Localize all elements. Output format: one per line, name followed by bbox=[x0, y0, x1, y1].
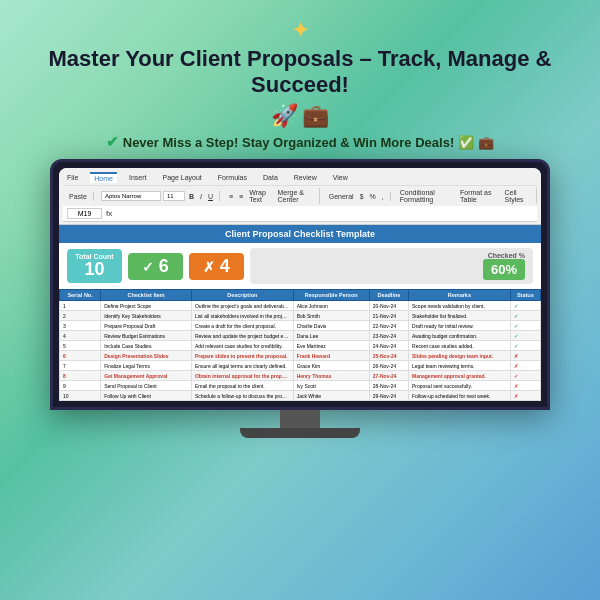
cell-person: Eve Martinez bbox=[293, 341, 369, 351]
bold-button[interactable]: B bbox=[187, 192, 196, 201]
cell-remarks: Draft ready for initial review. bbox=[409, 321, 511, 331]
cell-item: Design Presentation Slides bbox=[101, 351, 192, 361]
format-table-button[interactable]: Format as Table bbox=[458, 188, 501, 204]
col-serial: Serial No. bbox=[60, 290, 101, 301]
cell-description: Obtain internal approval for the proposa… bbox=[191, 371, 293, 381]
wrap-text-button[interactable]: Wrap Text bbox=[247, 188, 273, 204]
checked-value: 6 bbox=[159, 256, 169, 276]
col-remarks: Remarks bbox=[409, 290, 511, 301]
underline-button[interactable]: U bbox=[206, 192, 215, 201]
toolbar-tab-home[interactable]: Home bbox=[90, 172, 117, 183]
unchecked-value: 4 bbox=[220, 256, 230, 276]
cell-person: Bob Smith bbox=[293, 311, 369, 321]
cell-remarks: Proposal sent successfully. bbox=[409, 381, 511, 391]
cell-status: ✓ bbox=[510, 341, 540, 351]
cell-serial: 6 bbox=[60, 351, 101, 361]
title-section: ✦ Master Your Client Proposals – Track, … bbox=[20, 18, 580, 151]
conditional-format-button[interactable]: Conditional Formatting bbox=[398, 188, 456, 204]
toolbar-tab-file[interactable]: File bbox=[63, 173, 82, 182]
cell-deadline: 24-Nov-24 bbox=[369, 341, 408, 351]
cell-deadline: 27-Nov-24 bbox=[369, 371, 408, 381]
formula-bar: fx bbox=[63, 206, 537, 222]
sheet-title: Client Proposal Checklist Template bbox=[225, 229, 375, 239]
cell-person: Ivy Scott bbox=[293, 381, 369, 391]
table-header-row: Serial No. Checklist Item Description Re… bbox=[60, 290, 541, 301]
cell-person: Grace Kim bbox=[293, 361, 369, 371]
toolbar-tab-data[interactable]: Data bbox=[259, 173, 282, 182]
checked-pct-value: 60% bbox=[491, 262, 517, 277]
cell-description: Add relevant case studies for credibilit… bbox=[191, 341, 293, 351]
unchecked-box: ✗ 4 bbox=[189, 253, 244, 280]
table-row: 2 Identify Key Stakeholders List all sta… bbox=[60, 311, 541, 321]
table-row: 3 Prepare Proposal Draft Create a draft … bbox=[60, 321, 541, 331]
cell-serial: 1 bbox=[60, 301, 101, 311]
cell-status: ✓ bbox=[510, 311, 540, 321]
checked-pct-container: Checked % 60% bbox=[250, 248, 533, 284]
alignment-section: ≡ ≡ Wrap Text Merge & Center bbox=[223, 188, 320, 204]
col-status: Status bbox=[510, 290, 540, 301]
paste-button[interactable]: Paste bbox=[67, 192, 89, 201]
cell-serial: 3 bbox=[60, 321, 101, 331]
cell-item: Identify Key Stakeholders bbox=[101, 311, 192, 321]
currency-button[interactable]: $ bbox=[358, 192, 366, 201]
toolbar-tab-insert[interactable]: Insert bbox=[125, 173, 151, 182]
cell-remarks: Legal team reviewing terms. bbox=[409, 361, 511, 371]
italic-button[interactable]: I bbox=[198, 192, 204, 201]
cell-serial: 9 bbox=[60, 381, 101, 391]
checked-box: ✓ 6 bbox=[128, 253, 183, 280]
toolbar-tabs-row: File Home Insert Page Layout Formulas Da… bbox=[63, 170, 537, 186]
col-person: Responsible Person bbox=[293, 290, 369, 301]
cell-serial: 8 bbox=[60, 371, 101, 381]
comma-button[interactable]: , bbox=[380, 192, 386, 201]
cell-remarks: Recent case studies added. bbox=[409, 341, 511, 351]
total-count-box: Total Count 10 bbox=[67, 249, 122, 283]
cell-styles-button[interactable]: Cell Styles bbox=[503, 188, 532, 204]
merge-center-button[interactable]: Merge & Center bbox=[275, 188, 314, 204]
cell-person: Jack White bbox=[293, 391, 369, 401]
monitor: File Home Insert Page Layout Formulas Da… bbox=[40, 159, 560, 438]
toolbar-tab-view[interactable]: View bbox=[329, 173, 352, 182]
cell-deadline: 28-Nov-24 bbox=[369, 381, 408, 391]
cell-deadline: 25-Nov-24 bbox=[369, 351, 408, 361]
cell-item: Prepare Proposal Draft bbox=[101, 321, 192, 331]
cell-item: Finalize Legal Terms bbox=[101, 361, 192, 371]
subtitle-text: Never Miss a Step! Stay Organized & Win … bbox=[123, 135, 454, 150]
cell-item: Review Budget Estimations bbox=[101, 331, 192, 341]
stats-row: Total Count 10 ✓ 6 ✗ 4 Checked % 60 bbox=[59, 243, 541, 289]
table-row: 9 Send Proposal to Client Email the prop… bbox=[60, 381, 541, 391]
cell-person: Alice Johnson bbox=[293, 301, 369, 311]
align-left-button[interactable]: ≡ bbox=[227, 192, 235, 201]
toolbar-controls-row: Paste B I U ≡ ≡ Wrap Text Merge & Center bbox=[63, 186, 537, 206]
screen-inner: File Home Insert Page Layout Formulas Da… bbox=[59, 168, 541, 401]
cell-reference-input[interactable] bbox=[67, 208, 102, 219]
cell-status: ✓ bbox=[510, 331, 540, 341]
fx-label: fx bbox=[106, 209, 112, 218]
cell-serial: 5 bbox=[60, 341, 101, 351]
percent-button[interactable]: % bbox=[368, 192, 378, 201]
cell-serial: 10 bbox=[60, 391, 101, 401]
cell-status: ✗ bbox=[510, 361, 540, 371]
align-center-button[interactable]: ≡ bbox=[237, 192, 245, 201]
cell-deadline: 26-Nov-24 bbox=[369, 361, 408, 371]
cell-deadline: 23-Nov-24 bbox=[369, 331, 408, 341]
main-title: ✦ Master Your Client Proposals – Track, … bbox=[20, 18, 580, 129]
table-row: 10 Follow Up with Client Schedule a foll… bbox=[60, 391, 541, 401]
cell-description: Ensure all legal terms are clearly defin… bbox=[191, 361, 293, 371]
excel-toolbar: File Home Insert Page Layout Formulas Da… bbox=[59, 168, 541, 225]
cell-status: ✓ bbox=[510, 371, 540, 381]
sheet-header: Client Proposal Checklist Template bbox=[59, 225, 541, 243]
cell-deadline: 20-Nov-24 bbox=[369, 301, 408, 311]
toolbar-tab-formulas[interactable]: Formulas bbox=[214, 173, 251, 182]
cell-description: Create a draft for the client proposal. bbox=[191, 321, 293, 331]
number-format-label: General bbox=[327, 192, 356, 201]
font-size-input[interactable] bbox=[163, 191, 185, 201]
cell-remarks: Follow-up scheduled for next week. bbox=[409, 391, 511, 401]
cell-description: Outline the project's goals and delivera… bbox=[191, 301, 293, 311]
toolbar-tab-pagelayout[interactable]: Page Layout bbox=[158, 173, 205, 182]
cell-description: List all stakeholders involved in the pr… bbox=[191, 311, 293, 321]
font-name-input[interactable] bbox=[101, 191, 161, 201]
monitor-neck bbox=[280, 410, 320, 428]
bag-emoji: 💼 bbox=[478, 135, 494, 150]
toolbar-tab-review[interactable]: Review bbox=[290, 173, 321, 182]
total-count-value: 10 bbox=[84, 259, 104, 279]
